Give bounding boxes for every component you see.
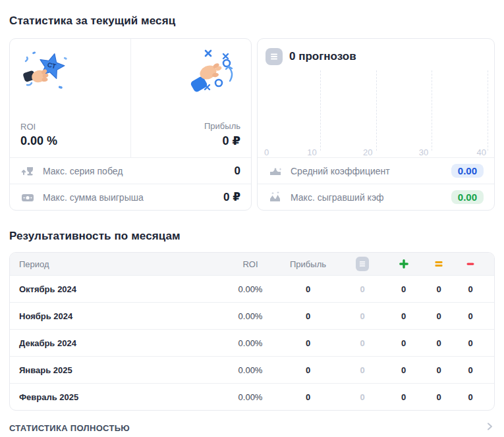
forecasts-count-icon	[339, 257, 385, 271]
row-forecasts: 0	[339, 311, 385, 321]
strategy-hand-illustration-icon	[188, 45, 240, 95]
row-returns: 0	[422, 311, 456, 321]
row-period: Январь 2025	[19, 365, 224, 375]
row-profit: 0	[277, 284, 339, 294]
max-won-coefficient-label: Макс. сыгравший кэф	[291, 192, 443, 203]
gridline	[488, 70, 488, 151]
table-row: Октябрь 2024 0.00% 0 0 0 0 0	[10, 275, 494, 302]
returns-equals-icon	[422, 259, 456, 269]
row-wins: 0	[385, 365, 422, 375]
trophy-up-icon	[20, 164, 35, 178]
row-period: Октябрь 2024	[19, 284, 224, 294]
chart-two-peaks-icon	[268, 190, 283, 205]
row-roi: 0.00%	[224, 365, 277, 375]
table-header-row: Период ROI Прибыль	[10, 253, 494, 275]
table-row: Февраль 2025 0.00% 0 0 0 0 0	[10, 383, 494, 410]
row-roi: 0.00%	[224, 338, 277, 348]
avg-coefficient-value-badge: 0.00	[451, 164, 484, 178]
max-win-streak-label: Макс. серия побед	[43, 166, 227, 176]
chart-peak-icon	[268, 164, 283, 178]
x-axis-tick: 0	[264, 147, 269, 157]
row-period: Ноябрь 2024	[19, 311, 224, 321]
profit-stat: Прибыль 0 ₽	[204, 121, 240, 148]
star-hand-illustration-icon: СТ	[20, 45, 73, 95]
table-row: Январь 2025 0.00% 0 0 0 0 0	[10, 356, 494, 383]
x-axis-tick: 20	[363, 147, 372, 157]
max-win-sum-label: Макс. сумма выигрыша	[43, 192, 215, 203]
row-roi: 0.00%	[224, 311, 277, 321]
roi-profit-top: СТ ROI 0.00 %	[10, 39, 251, 157]
full-statistics-label: СТАТИСТИКА ПОЛНОСТЬЮ	[9, 423, 130, 433]
statistics-page: Статистика за текущий месяц СТ	[0, 14, 504, 437]
wins-plus-icon	[385, 259, 422, 269]
max-won-coefficient-value-badge: 0.00	[451, 190, 484, 204]
header-roi: ROI	[224, 259, 277, 269]
row-wins: 0	[385, 284, 422, 294]
profit-label: Прибыль	[204, 121, 240, 131]
summary-cards: СТ ROI 0.00 %	[9, 38, 495, 211]
row-profit: 0	[277, 392, 339, 402]
roi-label: ROI	[20, 122, 120, 132]
row-losses: 0	[456, 311, 485, 321]
forecasts-chart-head: 0 прогнозов	[258, 39, 494, 65]
monthly-results-table: Период ROI Прибыль	[9, 252, 495, 411]
forecasts-chart-block: 0 прогнозов 0 10 20 30 40	[258, 39, 494, 157]
table-row: Ноябрь 2024 0.00% 0 0 0 0 0	[10, 302, 494, 329]
roi-block: СТ ROI 0.00 %	[10, 39, 130, 157]
row-period: Февраль 2025	[19, 392, 224, 402]
header-profit: Прибыль	[277, 259, 339, 269]
gridline	[320, 70, 321, 151]
row-wins: 0	[385, 338, 422, 348]
avg-coefficient-row: Средний коэффициент 0.00	[258, 157, 494, 184]
row-losses: 0	[456, 392, 485, 402]
chevron-right-icon	[484, 421, 495, 434]
avg-coefficient-label: Средний коэффициент	[291, 166, 443, 176]
row-profit: 0	[277, 311, 339, 321]
row-wins: 0	[385, 392, 422, 402]
gridline	[376, 70, 377, 151]
row-wins: 0	[385, 311, 422, 321]
max-win-streak-row: Макс. серия побед 0	[10, 157, 251, 184]
roi-value: 0.00 %	[20, 134, 120, 148]
row-losses: 0	[456, 365, 485, 375]
row-roi: 0.00%	[224, 392, 277, 402]
current-month-title: Статистика за текущий месяц	[9, 14, 495, 28]
row-losses: 0	[456, 284, 485, 294]
row-forecasts: 0	[339, 365, 385, 375]
monthly-results-title: Результативность по месяцам	[9, 230, 495, 243]
x-axis-tick: 40	[477, 147, 486, 157]
max-win-sum-value: 0 ₽	[223, 190, 240, 204]
row-forecasts: 0	[339, 392, 385, 402]
profit-value: 0 ₽	[204, 134, 240, 148]
row-period: Декабрь 2024	[19, 338, 224, 348]
row-forecasts: 0	[339, 338, 385, 348]
banknote-icon	[20, 190, 35, 205]
gridline	[432, 70, 432, 151]
forecasts-list-icon	[266, 48, 283, 65]
roi-profit-card: СТ ROI 0.00 %	[9, 38, 252, 211]
row-returns: 0	[422, 338, 456, 348]
max-win-sum-row: Макс. сумма выигрыша 0 ₽	[10, 184, 251, 210]
row-profit: 0	[277, 338, 339, 348]
row-returns: 0	[422, 392, 456, 402]
max-won-coefficient-row: Макс. сыгравший кэф 0.00	[258, 184, 494, 210]
x-axis-tick: 30	[419, 147, 428, 157]
row-returns: 0	[422, 284, 456, 294]
profit-block: Прибыль 0 ₽	[130, 39, 252, 157]
full-statistics-link[interactable]: СТАТИСТИКА ПОЛНОСТЬЮ	[9, 421, 495, 434]
row-losses: 0	[456, 338, 485, 348]
header-period: Период	[19, 259, 224, 269]
forecasts-count-title: 0 прогнозов	[289, 50, 356, 63]
row-roi: 0.00%	[224, 284, 277, 294]
max-win-streak-value: 0	[235, 165, 240, 178]
forecasts-card: 0 прогнозов 0 10 20 30 40	[257, 38, 495, 211]
roi-stat: ROI 0.00 %	[20, 122, 120, 148]
table-row: Декабрь 2024 0.00% 0 0 0 0 0	[10, 329, 494, 356]
losses-minus-icon	[456, 259, 485, 269]
forecasts-chart-area: 0 10 20 30 40	[264, 70, 488, 157]
row-returns: 0	[422, 365, 456, 375]
row-profit: 0	[277, 365, 339, 375]
row-forecasts: 0	[339, 284, 385, 294]
x-axis-tick: 10	[307, 147, 316, 157]
